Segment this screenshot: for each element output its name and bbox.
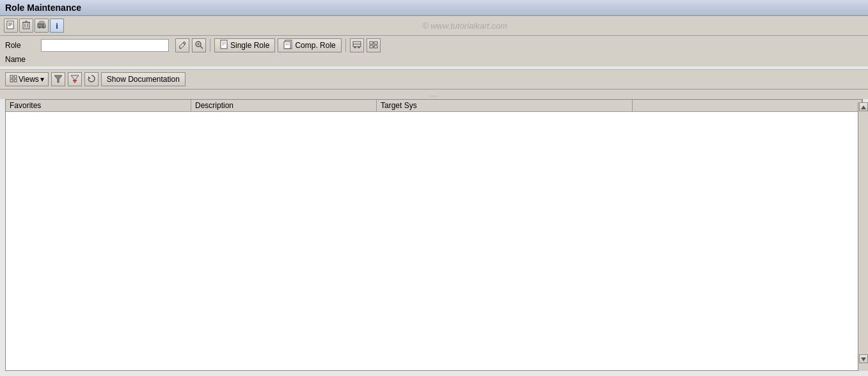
filter-button[interactable] — [51, 72, 65, 86]
separator-1 — [210, 39, 210, 52]
dots: ..... — [430, 91, 439, 98]
svg-rect-33 — [370, 45, 373, 48]
data-table: Favorites Description Target Sys — [5, 99, 863, 371]
matchcode-icon — [194, 40, 203, 51]
svg-line-16 — [200, 46, 203, 49]
views-label: Views — [19, 75, 39, 84]
form-area: Role — [0, 36, 868, 67]
filter2-button[interactable] — [68, 72, 82, 86]
col-description-label: Description — [195, 101, 233, 110]
watermark: © www.tutorialkart.com — [65, 21, 864, 31]
name-row: Name — [5, 55, 863, 64]
col-target-sys-label: Target Sys — [381, 101, 417, 110]
info-button[interactable]: i — [50, 19, 64, 33]
transport-icon — [37, 20, 46, 31]
svg-rect-34 — [374, 45, 377, 48]
views-arrow: ▾ — [40, 75, 44, 84]
delete-button[interactable] — [19, 19, 33, 33]
svg-marker-41 — [54, 75, 62, 82]
svg-point-29 — [354, 47, 356, 49]
svg-rect-4 — [23, 22, 29, 29]
scroll-track — [858, 111, 868, 354]
role-row: Role — [5, 38, 863, 52]
single-role-icon — [220, 40, 228, 51]
svg-marker-44 — [88, 76, 91, 79]
svg-rect-40 — [14, 79, 17, 82]
single-role-button[interactable]: Single Role — [214, 38, 275, 52]
edit-role-button[interactable] — [175, 38, 189, 52]
svg-point-11 — [39, 27, 41, 29]
main-wrapper: Role Maintenance — [0, 0, 868, 376]
separator-2 — [345, 39, 346, 52]
name-label: Name — [5, 55, 37, 64]
role-label: Role — [5, 41, 37, 50]
transport2-button[interactable] — [350, 38, 364, 52]
table-body — [6, 112, 862, 342]
table-header: Favorites Description Target Sys — [6, 100, 862, 112]
scroll-up-button[interactable] — [859, 102, 868, 111]
col-header-description: Description — [191, 100, 377, 111]
col-favorites-label: Favorites — [10, 101, 41, 110]
svg-rect-32 — [374, 42, 377, 44]
info-icon: i — [56, 21, 58, 31]
role-buttons: Single Role Comp. Role — [175, 38, 381, 52]
comp-role-icon — [283, 40, 292, 51]
scroll-down-button[interactable] — [859, 354, 868, 363]
match-button[interactable] — [192, 38, 206, 52]
title-bar: Role Maintenance — [0, 0, 868, 16]
views-button[interactable]: Views ▾ — [5, 72, 49, 86]
col-header-target-sys: Target Sys — [377, 100, 633, 111]
show-documentation-button[interactable]: Show Documentation — [101, 72, 185, 86]
comp-role-button[interactable]: Comp. Role — [278, 38, 341, 52]
transport2-icon — [352, 40, 361, 51]
show-documentation-label: Show Documentation — [107, 75, 180, 84]
scrollbar[interactable] — [858, 102, 868, 371]
role-input[interactable] — [41, 39, 169, 52]
svg-point-12 — [43, 27, 45, 29]
filter2-icon — [70, 74, 79, 84]
refresh-button[interactable] — [84, 72, 99, 86]
action-bar: Views ▾ — [0, 69, 868, 90]
transport-button[interactable] — [35, 19, 49, 33]
col-header-favorites: Favorites — [6, 100, 191, 111]
svg-rect-37 — [10, 75, 13, 78]
svg-marker-13 — [38, 21, 45, 24]
dots-row: ..... — [0, 90, 868, 99]
refresh-icon — [87, 74, 96, 84]
svg-point-30 — [358, 47, 359, 49]
svg-rect-39 — [10, 79, 13, 82]
new-button[interactable] — [4, 19, 18, 33]
svg-marker-45 — [861, 106, 866, 109]
new-icon — [6, 20, 15, 31]
edit-icon — [178, 40, 187, 51]
col-header-extra — [633, 100, 862, 111]
single-role-label: Single Role — [230, 41, 269, 50]
svg-rect-38 — [14, 75, 17, 78]
delete-icon — [22, 20, 31, 31]
svg-rect-31 — [370, 42, 373, 44]
toolbar: i © www.tutorialkart.com — [0, 16, 868, 36]
page-title: Role Maintenance — [5, 3, 81, 13]
filter-icon — [54, 74, 63, 84]
distribute-button[interactable] — [367, 38, 381, 52]
distribute-icon — [369, 40, 378, 51]
svg-marker-46 — [861, 357, 866, 361]
svg-marker-42 — [71, 75, 79, 82]
comp-role-label: Comp. Role — [295, 41, 335, 50]
views-icon — [10, 75, 17, 84]
svg-rect-0 — [7, 21, 13, 29]
